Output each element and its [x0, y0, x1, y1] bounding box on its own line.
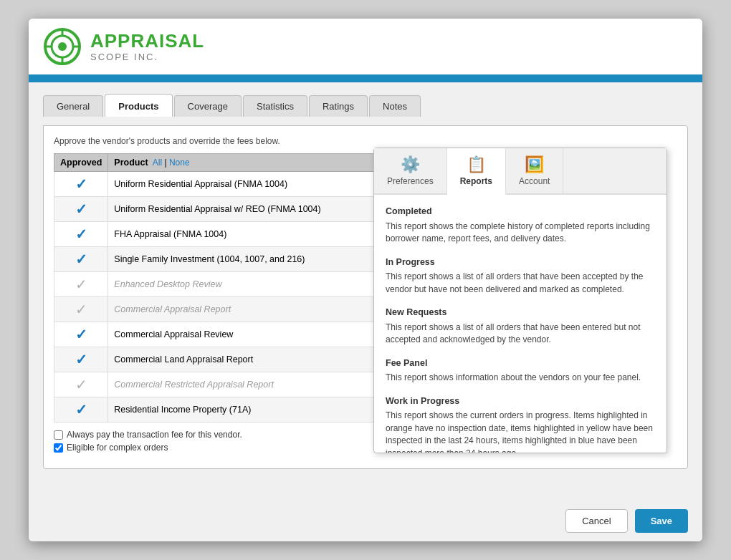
check-blue-icon: ✓: [60, 201, 102, 218]
popup-tabs: ⚙️ Preferences 📋 Reports 🖼️ Account: [374, 148, 666, 195]
col-product: Product All | None: [108, 154, 380, 172]
all-link[interactable]: All: [153, 158, 162, 168]
content-area: General Products Coverage Statistics Rat…: [29, 82, 702, 501]
account-icon: 🖼️: [525, 155, 544, 174]
product-name: Enhanced Desktop Review: [114, 279, 221, 289]
approved-cell: ✓: [54, 197, 108, 222]
product-name-cell: Uniform Residential Appraisal (FNMA 1004…: [108, 172, 380, 197]
report-item-description: This report shows a list of all orders t…: [386, 271, 655, 296]
popup-tab-reports[interactable]: 📋 Reports: [447, 148, 506, 195]
report-item-title: New Requests: [386, 306, 655, 319]
table-row: ✓Uniform Residential Appraisal (FNMA 100…: [54, 172, 380, 197]
tab-notes[interactable]: Notes: [369, 95, 421, 117]
product-name-cell: Uniform Residential Appraisal w/ REO (FN…: [108, 197, 380, 222]
product-name: Uniform Residential Appraisal w/ REO (FN…: [114, 204, 320, 214]
table-row: ✓Uniform Residential Appraisal w/ REO (F…: [54, 197, 380, 222]
none-link[interactable]: None: [169, 158, 190, 168]
check-gray-icon: ✓: [60, 376, 102, 393]
table-row: ✓Enhanced Desktop Review: [54, 272, 380, 297]
popup-content: CompletedThis report shows the complete …: [374, 195, 666, 453]
report-item-description: This report shows the current orders in …: [386, 410, 655, 453]
product-name-cell: Commercial Appraisal Review: [108, 322, 380, 347]
product-name-cell: Enhanced Desktop Review: [108, 272, 380, 297]
product-name: FHA Appraisal (FNMA 1004): [114, 229, 226, 239]
table-row: ✓Residential Income Property (71A): [54, 397, 380, 423]
svg-point-2: [58, 42, 67, 51]
blue-stripe: [29, 77, 702, 82]
tab-products[interactable]: Products: [105, 94, 172, 117]
tab-statistics[interactable]: Statistics: [243, 95, 307, 117]
product-name-cell: Commercial Appraisal Report: [108, 297, 380, 322]
instruction-text: Approve the vendor's products and overri…: [54, 136, 677, 146]
check-blue-icon: ✓: [60, 251, 102, 268]
product-name: Commercial Appraisal Review: [114, 329, 233, 339]
check-blue-icon: ✓: [60, 326, 102, 343]
table-row: ✓Commercial Restricted Appraisal Report: [54, 372, 380, 397]
product-name: Commercial Land Appraisal Report: [114, 354, 253, 365]
approved-cell: ✓: [54, 222, 108, 247]
check-blue-icon: ✓: [60, 401, 102, 418]
approved-cell: ✓: [54, 172, 108, 197]
approved-cell: ✓: [54, 297, 108, 322]
report-item: New RequestsThis report shows a list of …: [386, 306, 655, 347]
complex-orders-checkbox[interactable]: [54, 443, 63, 453]
footer: Cancel Save: [29, 501, 702, 541]
report-item-title: Fee Panel: [386, 357, 655, 370]
tab-general[interactable]: General: [43, 95, 103, 117]
check-gray-icon: ✓: [60, 301, 102, 318]
table-row: ✓FHA Appraisal (FNMA 1004): [54, 222, 380, 247]
approved-cell: ✓: [54, 397, 108, 423]
main-panel: Approve the vendor's products and overri…: [43, 125, 688, 469]
report-item-title: In Progress: [386, 256, 655, 269]
check-blue-icon: ✓: [60, 351, 102, 368]
report-item-title: Work in Progress: [386, 395, 655, 408]
check-blue-icon: ✓: [60, 175, 102, 193]
approved-cell: ✓: [54, 347, 108, 372]
app-title: APPRAISAL: [90, 31, 204, 52]
check-blue-icon: ✓: [60, 226, 102, 243]
product-name-cell: FHA Appraisal (FNMA 1004): [108, 222, 380, 247]
popup-panel: ⚙️ Preferences 📋 Reports 🖼️ Account Comp…: [373, 148, 667, 453]
reports-icon: 📋: [467, 155, 486, 174]
main-window: APPRAISAL SCOPE INC. General Products Co…: [29, 19, 702, 541]
tab-ratings[interactable]: Ratings: [309, 95, 368, 117]
approved-cell: ✓: [54, 272, 108, 297]
logo-text: APPRAISAL SCOPE INC.: [90, 31, 204, 62]
report-item-title: Completed: [386, 205, 655, 218]
product-name: Commercial Restricted Appraisal Report: [114, 380, 274, 390]
logo-icon: [43, 27, 82, 66]
report-item-description: This report shows information about the …: [386, 372, 655, 384]
popup-tab-account[interactable]: 🖼️ Account: [506, 148, 563, 193]
report-item: Work in ProgressThis report shows the cu…: [386, 395, 655, 453]
approved-cell: ✓: [54, 372, 108, 397]
product-name: Commercial Appraisal Report: [114, 304, 231, 314]
popup-tab-preferences[interactable]: ⚙️ Preferences: [374, 148, 447, 193]
product-name-cell: Residential Income Property (71A): [108, 397, 380, 423]
product-name: Single Family Investment (1004, 1007, an…: [114, 254, 305, 264]
header: APPRAISAL SCOPE INC.: [29, 19, 702, 77]
approved-cell: ✓: [54, 247, 108, 272]
report-item-description: This report shows the complete history o…: [386, 221, 655, 246]
app-subtitle: SCOPE INC.: [90, 52, 204, 62]
product-name-cell: Commercial Land Appraisal Report: [108, 347, 380, 372]
transaction-fee-checkbox[interactable]: [54, 430, 63, 440]
product-name: Residential Income Property (71A): [114, 405, 251, 415]
report-item-description: This report shows a list of all orders t…: [386, 322, 655, 347]
approved-cell: ✓: [54, 322, 108, 347]
save-button[interactable]: Save: [635, 509, 688, 533]
table-row: ✓Commercial Appraisal Report: [54, 297, 380, 322]
product-name-cell: Commercial Restricted Appraisal Report: [108, 372, 380, 397]
cancel-button[interactable]: Cancel: [565, 509, 627, 533]
table-row: ✓Commercial Appraisal Review: [54, 322, 380, 347]
table-row: ✓Commercial Land Appraisal Report: [54, 347, 380, 372]
product-name-cell: Single Family Investment (1004, 1007, an…: [108, 247, 380, 272]
tab-coverage[interactable]: Coverage: [174, 95, 242, 117]
report-item: Fee PanelThis report shows information a…: [386, 357, 655, 385]
report-item: CompletedThis report shows the complete …: [386, 205, 655, 246]
check-gray-icon: ✓: [60, 276, 102, 293]
preferences-icon: ⚙️: [401, 155, 420, 174]
report-item: In ProgressThis report shows a list of a…: [386, 256, 655, 296]
col-approved: Approved: [54, 154, 108, 172]
table-row: ✓Single Family Investment (1004, 1007, a…: [54, 247, 380, 272]
main-tabs: General Products Coverage Statistics Rat…: [43, 94, 688, 117]
